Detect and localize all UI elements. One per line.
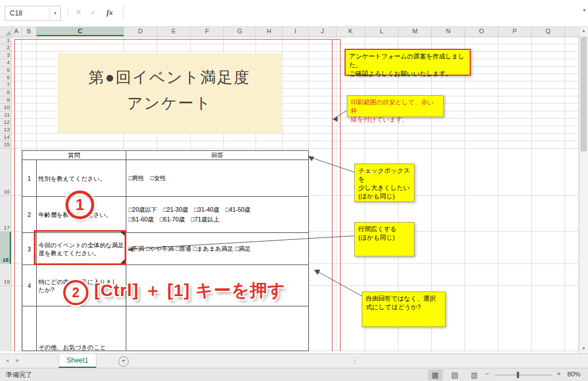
row-header-2[interactable]: 2 [0, 44, 11, 52]
row-header-12[interactable]: 12 [0, 119, 11, 126]
row-header-5[interactable]: 5 [0, 67, 11, 74]
gridline [498, 37, 498, 351]
column-header-E[interactable]: E [157, 26, 191, 36]
row-number-cell[interactable]: 2 [22, 197, 36, 232]
status-bar: 準備完了 ▦ ▤ ▥ − + 80% [0, 368, 588, 381]
row-header-15[interactable]: 15 [0, 141, 11, 149]
corner-tick-icon [121, 232, 125, 236]
print-guide-right-inner [332, 39, 332, 351]
column-header-G[interactable]: G [224, 26, 256, 36]
column-header-M[interactable]: M [399, 26, 432, 36]
scroll-down-icon[interactable]: ▼ [579, 344, 588, 353]
tab-sheet1[interactable]: Sheet1 [59, 354, 96, 368]
zoom-slider-handle[interactable] [517, 372, 519, 378]
name-box-dropdown-icon[interactable]: ▾ [49, 7, 60, 20]
step-2-badge: 2 [63, 280, 88, 305]
status-ready-text: 準備完了 [6, 371, 32, 379]
table-row: 1 性別を教えてください。 □男性 □女性 [22, 160, 308, 196]
column-header-O[interactable]: O [465, 26, 498, 36]
name-box-value: C18 [5, 9, 49, 17]
row-header-11[interactable]: 11 [0, 111, 11, 119]
row-header-3[interactable]: 3 [0, 52, 11, 59]
row-header-6[interactable]: 6 [0, 74, 11, 81]
table-header-row: 質問 回答 [22, 151, 308, 160]
title-line-1: 第●回イベント満足度 [57, 65, 281, 91]
comment-note-line-spacing[interactable]: 行間広くする (ほかも同じ) [354, 222, 415, 256]
gridline [11, 44, 579, 44]
select-all-triangle-icon [5, 30, 10, 36]
gridline [11, 133, 579, 134]
column-header-N[interactable]: N [432, 26, 465, 36]
column-header-P[interactable]: P [498, 26, 532, 36]
row-header-4[interactable]: 4 [0, 59, 11, 67]
row-header-16[interactable]: 16 [0, 149, 11, 196]
new-sheet-icon[interactable]: + [118, 356, 129, 367]
row-header-7[interactable]: 7 [0, 81, 11, 89]
column-header-C[interactable]: C [37, 26, 124, 36]
answer-cell[interactable] [126, 306, 308, 351]
row-header-8[interactable]: 8 [0, 89, 11, 96]
answer-cell[interactable]: □男性 □女性 [126, 160, 308, 196]
tab-nav-left-icon[interactable]: ◂ [6, 357, 9, 363]
row-header-18[interactable]: 18 [0, 232, 11, 264]
column-header-Q[interactable]: Q [532, 26, 565, 36]
gridline [531, 37, 532, 351]
enter-check-icon[interactable]: ✓ [87, 6, 100, 20]
gridline [336, 37, 336, 351]
zoom-level[interactable]: 80% [567, 371, 581, 378]
collapse-formula-bar-icon[interactable]: ▾ [583, 7, 586, 13]
question-header[interactable]: 質問 [22, 151, 126, 160]
column-header-L[interactable]: L [365, 26, 399, 36]
comment-note-print-area[interactable]: 印刷範囲の目安として、赤い枠 線を付けています。 [347, 95, 444, 117]
vertical-scrollbar[interactable]: ▲ ▼ [579, 26, 588, 353]
zoom-slider[interactable] [495, 375, 552, 375]
vertical-scrollbar-thumb[interactable] [581, 37, 587, 151]
highlighted-cell-border [34, 230, 126, 265]
corner-tick-icon [121, 259, 125, 263]
row-number-cell[interactable]: 1 [22, 160, 36, 196]
column-header-D[interactable]: D [124, 26, 157, 36]
row-header-9[interactable]: 9 [0, 96, 11, 104]
survey-title-shape[interactable]: 第●回イベント満足度 アンケート [57, 53, 281, 133]
row-number-cell[interactable] [22, 306, 36, 351]
step-2-instruction: [Ctrl] ＋ [1] キーを押す [94, 279, 285, 302]
row-header-10[interactable]: 10 [0, 104, 11, 111]
column-header-H[interactable]: H [256, 26, 283, 36]
row-header-14[interactable]: 14 [0, 134, 11, 141]
column-header-B[interactable]: B [22, 26, 37, 36]
tab-nav-right-icon[interactable]: ▸ [16, 357, 19, 363]
normal-view-icon[interactable]: ▦ [428, 370, 443, 380]
answer-cell[interactable]: □20歳以下 □21-30歳 □31-40歳 □41-50歳 □51-60歳 □… [126, 197, 308, 232]
column-header-F[interactable]: F [191, 26, 224, 36]
gridline [11, 51, 579, 52]
answer-cell[interactable]: □不満 □やや不満 □普通 □まあまあ満足 □満足 [126, 233, 308, 265]
select-all-button[interactable] [0, 26, 12, 37]
formula-input[interactable] [123, 5, 574, 21]
splitter-dots-icon[interactable]: ⋮ [351, 356, 358, 364]
excel-window: 第●回イベント満足度 アンケート 質問 回答 1 性別を教えてください。 □男性… [0, 0, 588, 381]
row-number-cell[interactable]: 4 [22, 265, 36, 306]
comment-note-draft[interactable]: アンケートフォームの原案を作成しました。 ご確認よろしくお願いいたします。 [345, 49, 471, 76]
cancel-icon[interactable]: ✕ [72, 6, 85, 20]
comment-note-checkbox[interactable]: チェックボックスを 少し大きくしたい (ほかも同じ) [354, 164, 415, 202]
row-header-17[interactable]: 17 [0, 196, 11, 232]
column-header-A[interactable]: A [11, 26, 22, 36]
gridline [11, 141, 579, 141]
comment-note-free-answer[interactable]: 自由回答ではなく、選択 式にしてはどうか? [362, 291, 446, 327]
column-headers: ABCDEFGHIJKLMNOPQ [0, 26, 579, 37]
page-break-view-icon[interactable]: ▥ [467, 370, 482, 380]
row-header-1[interactable]: 1 [0, 37, 11, 44]
zoom-in-icon[interactable]: + [557, 370, 561, 377]
row-header-19[interactable]: 19 [0, 264, 11, 286]
column-header-J[interactable]: J [309, 26, 336, 36]
scroll-up-icon[interactable]: ▲ [579, 26, 588, 36]
name-box[interactable]: C18 ▾ [5, 6, 61, 21]
page-layout-view-icon[interactable]: ▤ [447, 370, 462, 380]
answer-header[interactable]: 回答 [126, 151, 308, 160]
column-header-K[interactable]: K [336, 26, 365, 36]
question-cell[interactable]: その他、お気づきのこと [36, 306, 126, 351]
row-header-13[interactable]: 13 [0, 126, 11, 134]
insert-function-icon[interactable]: fx [103, 6, 116, 20]
zoom-out-icon[interactable]: − [485, 370, 489, 377]
column-header-I[interactable]: I [283, 26, 309, 36]
